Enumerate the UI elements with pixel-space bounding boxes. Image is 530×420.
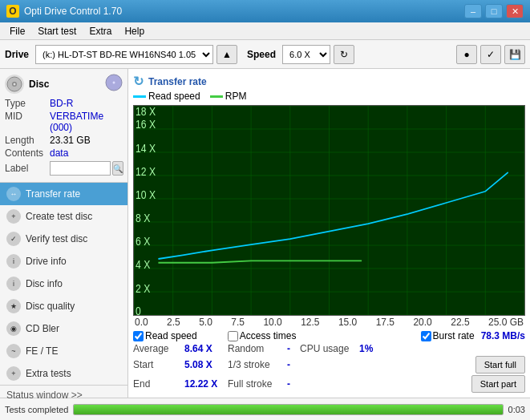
speed-label: Speed bbox=[247, 49, 276, 60]
x-label-9: 22.5 bbox=[451, 317, 469, 328]
nav-disc-quality[interactable]: ★ Disc quality bbox=[0, 295, 127, 317]
x-label-10: 25.0 GB bbox=[488, 317, 524, 328]
disc-small-icon bbox=[105, 74, 123, 91]
label-label: Label bbox=[5, 163, 50, 174]
chart-svg: 0 2 X 4 X 6 X 8 X 10 X 12 X 14 X 16 X 18… bbox=[134, 106, 524, 315]
menu-extra[interactable]: Extra bbox=[83, 24, 118, 38]
nav-transfer-rate[interactable]: ↔ Transfer rate bbox=[0, 183, 127, 205]
cd-bler-icon: ◉ bbox=[6, 321, 21, 336]
app-icon: O bbox=[6, 5, 19, 18]
nav-cd-bler-label: CD Bler bbox=[26, 323, 59, 334]
type-value: BD-R bbox=[50, 98, 73, 109]
burst-rate-checkbox[interactable] bbox=[421, 331, 431, 341]
titlebar-buttons: – □ ✕ bbox=[464, 4, 524, 18]
toolbar: Drive (k:) HL-DT-ST BD-RE WH16NS40 1.05 … bbox=[0, 40, 530, 69]
label-input[interactable] bbox=[50, 161, 111, 176]
progress-bar-fill bbox=[74, 405, 502, 414]
read-speed-checkbox[interactable] bbox=[133, 331, 144, 341]
burst-rate-checkbox-label[interactable]: Burst rate bbox=[421, 330, 475, 341]
legend-read-speed: Read speed bbox=[133, 91, 200, 102]
x-label-7: 17.5 bbox=[376, 317, 394, 328]
eject-button[interactable]: ▲ bbox=[216, 45, 237, 64]
random-value: - bbox=[287, 343, 290, 354]
drive-select[interactable]: (k:) HL-DT-ST BD-RE WH16NS40 1.05 bbox=[35, 45, 213, 64]
start-label: Start bbox=[133, 359, 181, 370]
record-button[interactable]: ● bbox=[456, 45, 477, 64]
svg-text:0: 0 bbox=[136, 305, 141, 315]
chart-title-icon: ↻ bbox=[133, 74, 144, 89]
extra-tests-icon: + bbox=[6, 366, 21, 381]
titlebar: O Opti Drive Control 1.70 – □ ✕ bbox=[0, 0, 530, 22]
maximize-button[interactable]: □ bbox=[485, 4, 503, 18]
x-label-4: 10.0 bbox=[263, 317, 281, 328]
create-test-disc-icon: + bbox=[6, 209, 21, 224]
x-label-1: 2.5 bbox=[167, 317, 180, 328]
nav-verify-test-disc[interactable]: ✓ Verify test disc bbox=[0, 228, 127, 250]
stroke1-label: 1/3 stroke bbox=[228, 359, 284, 370]
length-label: Length bbox=[5, 135, 50, 146]
menu-help[interactable]: Help bbox=[118, 24, 151, 38]
verify-button[interactable]: ✓ bbox=[480, 45, 501, 64]
stroke2-label: Full stroke bbox=[228, 378, 284, 390]
access-times-checkbox-label[interactable]: Access times bbox=[228, 330, 297, 341]
x-label-3: 7.5 bbox=[231, 317, 245, 328]
x-label-0: 0.0 bbox=[135, 317, 148, 328]
random-label: Random bbox=[228, 343, 284, 354]
read-speed-checkbox-label[interactable]: Read speed bbox=[133, 330, 197, 341]
menu-start-test[interactable]: Start test bbox=[31, 24, 83, 38]
nav-extra-tests[interactable]: + Extra tests bbox=[0, 362, 127, 385]
svg-text:12 X: 12 X bbox=[136, 165, 156, 178]
mid-label: MID bbox=[5, 111, 50, 133]
nav-cd-bler[interactable]: ◉ CD Bler bbox=[0, 317, 127, 340]
stats-row-start: Start 5.08 X 1/3 stroke - Start full bbox=[133, 356, 525, 374]
stroke2-value: - bbox=[287, 378, 290, 390]
checkboxes-row: Read speed Access times Burst rate 78.3 … bbox=[133, 330, 525, 341]
x-label-8: 20.0 bbox=[413, 317, 431, 328]
average-value: 8.64 X bbox=[184, 343, 225, 354]
svg-text:8 X: 8 X bbox=[136, 212, 150, 224]
contents-value: data bbox=[50, 147, 68, 159]
drive-info-icon: i bbox=[6, 254, 21, 269]
access-times-checkbox[interactable] bbox=[228, 331, 238, 341]
x-label-5: 12.5 bbox=[301, 317, 319, 328]
chart-title-row: ↻ Transfer rate bbox=[133, 74, 525, 89]
start-part-button[interactable]: Start part bbox=[471, 375, 525, 393]
nav-fe-te[interactable]: ~ FE / TE bbox=[0, 340, 127, 362]
svg-text:16 X: 16 X bbox=[136, 119, 156, 131]
start-full-button[interactable]: Start full bbox=[475, 356, 525, 374]
nav-transfer-rate-label: Transfer rate bbox=[26, 188, 80, 200]
type-label: Type bbox=[5, 98, 50, 109]
nav-create-test-disc[interactable]: + Create test disc bbox=[0, 205, 127, 228]
close-button[interactable]: ✕ bbox=[506, 4, 524, 18]
svg-point-2 bbox=[14, 83, 16, 85]
speed-select[interactable]: 6.0 X bbox=[282, 45, 330, 64]
svg-text:10 X: 10 X bbox=[136, 188, 156, 201]
app-title: Opti Drive Control 1.70 bbox=[24, 6, 464, 17]
cpu-label: CPU usage bbox=[300, 343, 356, 354]
status-window-button[interactable]: Status window >> bbox=[0, 385, 127, 405]
burst-rate-value: 78.3 MB/s bbox=[481, 330, 525, 341]
save-button[interactable]: 💾 bbox=[504, 45, 525, 64]
nav-disc-info[interactable]: i Disc info bbox=[0, 273, 127, 295]
nav-drive-info[interactable]: i Drive info bbox=[0, 250, 127, 273]
nav-extra-tests-label: Extra tests bbox=[26, 368, 71, 379]
refresh-button[interactable]: ↻ bbox=[334, 45, 354, 64]
main-content: Disc Type BD-R MID VERBATIMe (000) Lengt… bbox=[0, 69, 530, 398]
menubar: File Start test Extra Help bbox=[0, 22, 530, 40]
transfer-rate-icon: ↔ bbox=[6, 187, 21, 201]
svg-text:4 X: 4 X bbox=[136, 258, 150, 271]
length-value: 23.31 GB bbox=[50, 135, 91, 146]
menu-file[interactable]: File bbox=[3, 24, 31, 38]
nav-disc-quality-label: Disc quality bbox=[26, 301, 75, 312]
x-axis-labels: 0.0 2.5 5.0 7.5 10.0 12.5 15.0 17.5 20.0… bbox=[133, 316, 525, 329]
svg-text:2 X: 2 X bbox=[136, 282, 150, 295]
minimize-button[interactable]: – bbox=[464, 4, 482, 18]
nav-fe-te-label: FE / TE bbox=[26, 345, 58, 357]
end-label: End bbox=[133, 378, 181, 390]
status-text: Tests completed bbox=[5, 405, 68, 414]
svg-text:18 X: 18 X bbox=[136, 106, 156, 118]
disc-quality-icon: ★ bbox=[6, 299, 21, 313]
sidebar-nav: ↔ Transfer rate + Create test disc ✓ Ver… bbox=[0, 183, 127, 385]
label-icon-button[interactable]: 🔍 bbox=[112, 161, 123, 176]
mid-value: VERBATIMe (000) bbox=[50, 111, 123, 133]
